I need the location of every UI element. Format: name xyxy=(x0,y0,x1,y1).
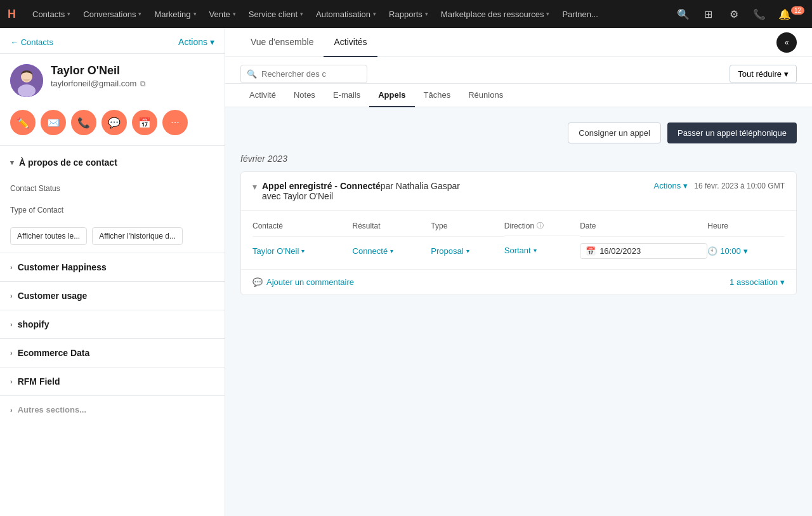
email-button[interactable]: ✉️ xyxy=(41,110,66,135)
ecommerce-data-section: › Ecommerce Data xyxy=(0,338,225,367)
avatar xyxy=(10,64,43,97)
left-sidebar: ← Contacts Actions ▾ xyxy=(0,28,225,516)
search-input[interactable] xyxy=(240,65,367,83)
actions-dropdown-button[interactable]: Actions ▾ xyxy=(178,37,214,47)
back-to-contacts-link[interactable]: ← Contacts xyxy=(10,37,53,47)
contact-status-section: Contact Status Type of Contact xyxy=(0,179,225,222)
chevron-down-icon: ▾ xyxy=(67,11,70,17)
call-button[interactable]: 📞 xyxy=(71,110,96,135)
col-header-type: Type xyxy=(431,221,504,236)
marketplace-icon[interactable]: ⊞ xyxy=(698,4,719,24)
result-value[interactable]: Connecté ▾ xyxy=(353,246,431,256)
chevron-left-icon: « xyxy=(785,38,789,47)
chevron-down-icon[interactable]: ▾ xyxy=(252,182,257,192)
tab-activites[interactable]: Activités xyxy=(324,28,377,57)
chevron-down-icon: ▾ xyxy=(683,181,688,190)
type-value[interactable]: Proposal ▾ xyxy=(431,246,504,256)
call-date-label: 16 févr. 2023 à 10:00 GMT xyxy=(694,182,785,190)
contact-name: Taylor O'Neil xyxy=(51,64,214,77)
notification-badge: 12 xyxy=(791,6,804,15)
chevron-right-icon: › xyxy=(10,349,13,357)
sub-tab-taches[interactable]: Tâches xyxy=(415,84,460,107)
more-sections-label[interactable]: › Autres sections... xyxy=(10,396,214,423)
sub-tabs: Activité Notes E-mails Appels Tâches Réu… xyxy=(225,84,812,107)
nav-marketplace[interactable]: Marketplace des ressources ▾ xyxy=(435,0,556,28)
sub-tab-reunions[interactable]: Réunions xyxy=(459,84,512,107)
search-icon: 🔍 xyxy=(247,69,257,79)
search-icon[interactable]: 🔍 xyxy=(673,4,693,24)
chevron-right-icon: › xyxy=(10,263,13,271)
phone-icon[interactable]: 📞 xyxy=(749,4,769,24)
customer-usage-header[interactable]: › Customer usage xyxy=(10,282,214,310)
about-section: ▾ À propos de ce contact xyxy=(0,145,225,179)
chevron-down-icon: ▾ xyxy=(780,277,785,287)
nav-conversations[interactable]: Conversations ▾ xyxy=(77,0,148,28)
shopify-header[interactable]: › shopify xyxy=(10,310,214,338)
call-meta: Actions ▾ 16 févr. 2023 à 10:00 GMT xyxy=(654,181,785,190)
chevron-down-icon: ▾ xyxy=(138,11,141,17)
chevron-down-icon: ▾ xyxy=(390,248,393,255)
direction-value[interactable]: Sortant ▾ xyxy=(504,246,580,255)
right-content: Vue d'ensemble Activités « 🔍 Tout réduir… xyxy=(225,28,812,516)
call-title: Appel enregistré - Connectépar Nathalia … xyxy=(262,181,460,201)
tab-vue-ensemble[interactable]: Vue d'ensemble xyxy=(240,28,324,57)
show-history-button[interactable]: Afficher l'historique d... xyxy=(92,227,183,245)
add-comment-button[interactable]: 💬 Ajouter un commentaire xyxy=(252,277,354,287)
chevron-down-icon: ▾ xyxy=(743,246,748,256)
call-footer: 💬 Ajouter un commentaire 1 association ▾ xyxy=(241,269,796,294)
calendar-button[interactable]: 📅 xyxy=(132,110,157,135)
nav-marketing[interactable]: Marketing ▾ xyxy=(148,0,202,28)
call-details-table: Contacté Résultat Type Direction ⓘ Date … xyxy=(241,211,796,269)
info-icon: ⓘ xyxy=(537,221,544,230)
contact-info: Taylor O'Neil taylorfoneil@gmail.com ⧉ xyxy=(51,64,214,88)
nav-automatisation[interactable]: Automatisation ▾ xyxy=(310,0,383,28)
collapse-sidebar-button[interactable]: « xyxy=(776,32,797,53)
settings-icon[interactable]: ⚙ xyxy=(724,4,744,24)
chevron-right-icon: › xyxy=(10,292,13,300)
rfm-field-header[interactable]: › RFM Field xyxy=(10,367,214,395)
action-buttons-row: ✏️ ✉️ 📞 💬 📅 ··· xyxy=(0,107,225,145)
chevron-down-icon: ▾ xyxy=(301,248,304,255)
time-picker[interactable]: 🕙 10:00 ▾ xyxy=(707,246,785,256)
sub-tab-notes[interactable]: Notes xyxy=(285,84,324,107)
association-link[interactable]: 1 association ▾ xyxy=(730,277,785,287)
call-actions-button[interactable]: Actions ▾ xyxy=(654,181,688,190)
sidebar-header: ← Contacts Actions ▾ xyxy=(0,28,225,54)
show-all-button[interactable]: Afficher toutes le... xyxy=(10,227,87,245)
sub-tab-activite[interactable]: Activité xyxy=(240,84,285,107)
nav-vente[interactable]: Vente ▾ xyxy=(203,0,242,28)
chat-button[interactable]: 💬 xyxy=(102,110,127,135)
clock-icon: 🕙 xyxy=(707,246,717,256)
make-call-button[interactable]: Passer un appel téléphonique xyxy=(667,122,797,143)
log-call-button[interactable]: Consigner un appel xyxy=(568,122,661,143)
nav-contacts[interactable]: Contacts ▾ xyxy=(26,0,77,28)
nav-partners[interactable]: Partnen... xyxy=(556,0,604,28)
col-header-result: Résultat xyxy=(353,221,431,236)
sub-tab-emails[interactable]: E-mails xyxy=(324,84,369,107)
chevron-down-icon: ▾ xyxy=(210,37,214,47)
ecommerce-data-header[interactable]: › Ecommerce Data xyxy=(10,339,214,367)
search-row: 🔍 Tout réduire ▾ xyxy=(225,57,812,84)
copy-email-icon[interactable]: ⧉ xyxy=(140,79,146,88)
type-of-contact-label: Type of Contact xyxy=(10,206,214,215)
main-layout: ← Contacts Actions ▾ xyxy=(0,28,812,516)
sub-tab-appels[interactable]: Appels xyxy=(369,84,414,107)
chevron-down-icon: ▾ xyxy=(10,159,14,167)
about-section-header[interactable]: ▾ À propos de ce contact xyxy=(10,154,214,171)
edit-button[interactable]: ✏️ xyxy=(10,110,36,135)
chevron-down-icon: ▾ xyxy=(373,11,376,17)
calendar-icon: 📅 xyxy=(586,246,596,256)
history-buttons-row: Afficher toutes le... Afficher l'histori… xyxy=(0,222,225,253)
nav-service-client[interactable]: Service client ▾ xyxy=(242,0,310,28)
rfm-field-section: › RFM Field xyxy=(0,367,225,395)
nav-rapports[interactable]: Rapports ▾ xyxy=(383,0,435,28)
hubspot-logo: H xyxy=(8,8,16,21)
reduce-all-button[interactable]: Tout réduire ▾ xyxy=(730,65,797,83)
customer-happiness-header[interactable]: › Customer Happiness xyxy=(10,253,214,281)
more-sections: › Autres sections... xyxy=(0,395,225,423)
chevron-right-icon: › xyxy=(10,406,13,414)
comment-icon: 💬 xyxy=(252,277,263,287)
more-actions-button[interactable]: ··· xyxy=(162,110,188,135)
contact-value[interactable]: Taylor O'Neil ▾ xyxy=(252,246,353,256)
date-picker[interactable]: 📅 16/02/2023 xyxy=(580,243,707,259)
